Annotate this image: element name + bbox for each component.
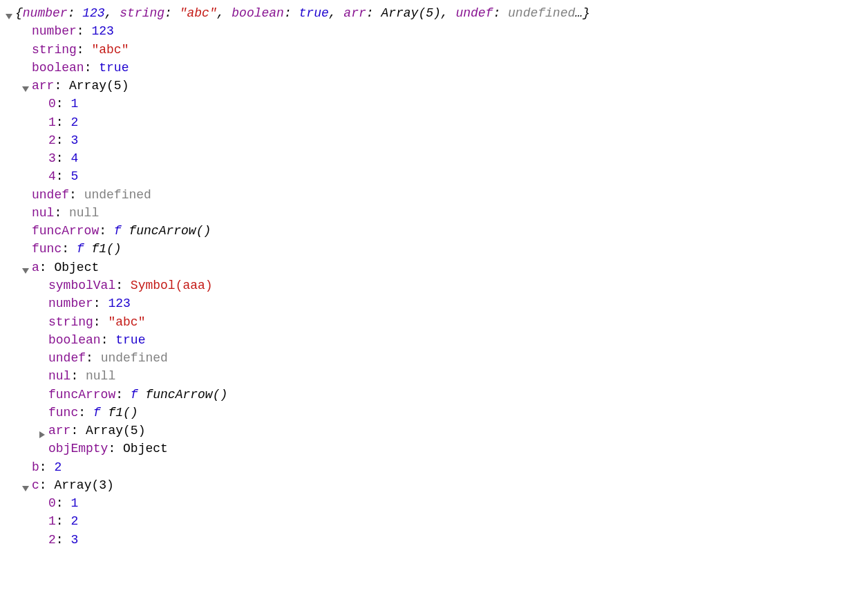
prop-value: 2 <box>70 514 78 528</box>
prop-value: Array(5) <box>86 424 145 438</box>
prop-key: string <box>32 43 77 57</box>
chevron-down-icon[interactable] <box>22 82 30 90</box>
prop-string[interactable]: string: "abc" <box>0 41 868 59</box>
prop-nul[interactable]: nul: null <box>0 204 868 222</box>
svg-marker-2 <box>22 268 29 274</box>
prop-key: arr <box>32 79 54 93</box>
prop-undef[interactable]: undef: undefined <box>0 186 868 204</box>
chevron-right-icon[interactable] <box>39 426 47 435</box>
chevron-down-icon[interactable] <box>6 9 14 17</box>
prop-key: boolean <box>48 333 101 347</box>
prop-a[interactable]: a: Object <box>0 258 868 276</box>
prop-value: true <box>99 61 129 75</box>
prop-key: func <box>48 406 78 420</box>
chevron-down-icon[interactable] <box>22 263 30 272</box>
prop-value: 123 <box>91 24 113 38</box>
arr-item-3[interactable]: 3: 4 <box>0 149 868 167</box>
prop-boolean[interactable]: boolean: true <box>0 59 868 77</box>
prop-key: boolean <box>32 61 84 75</box>
arr-item-2[interactable]: 2: 3 <box>0 131 868 149</box>
prop-a-arr[interactable]: arr: Array(5) <box>0 422 868 440</box>
arr-item-0[interactable]: 0: 1 <box>0 95 868 113</box>
prop-key: b <box>32 460 39 474</box>
prop-arr[interactable]: arr: Array(5) <box>0 77 868 95</box>
prop-value: "abc" <box>91 43 129 57</box>
prop-key: nul <box>48 369 70 383</box>
prop-a-nul[interactable]: nul: null <box>0 367 868 385</box>
svg-marker-3 <box>39 431 45 438</box>
func-f-glyph: f <box>114 224 122 238</box>
prop-a-undef[interactable]: undef: undefined <box>0 349 868 367</box>
prop-value: 123 <box>108 297 130 310</box>
prop-value: 2 <box>54 460 62 474</box>
prop-key: symbolVal <box>48 279 115 292</box>
prop-key: arr <box>48 424 70 438</box>
prop-key: func <box>32 242 62 256</box>
c-item-0[interactable]: 0: 1 <box>0 494 868 512</box>
prop-a-func[interactable]: func: f f1() <box>0 404 868 422</box>
prop-value: 3 <box>70 133 78 147</box>
prop-key: c <box>32 478 39 492</box>
prop-funcArrow[interactable]: funcArrow: f funcArrow() <box>0 222 868 240</box>
func-name: funcArrow() <box>145 388 227 402</box>
prop-value: Object <box>54 261 99 274</box>
func-name: f1() <box>91 242 121 256</box>
prop-value: null <box>86 369 115 383</box>
prop-key: 0 <box>48 496 56 510</box>
prop-number[interactable]: number: 123 <box>0 22 868 40</box>
prop-value: undefined <box>101 351 168 365</box>
prop-value: 2 <box>70 115 78 129</box>
chevron-down-icon[interactable] <box>22 481 30 489</box>
prop-key: 1 <box>48 115 56 129</box>
svg-marker-4 <box>22 486 29 491</box>
prop-value: 1 <box>70 496 78 510</box>
prop-key: funcArrow <box>48 388 115 402</box>
prop-c[interactable]: c: Array(3) <box>0 476 868 494</box>
c-item-1[interactable]: 1: 2 <box>0 512 868 530</box>
prop-key: 2 <box>48 533 56 547</box>
prop-func[interactable]: func: f f1() <box>0 240 868 258</box>
prop-key: 4 <box>48 169 56 183</box>
prop-value: Symbol(aaa) <box>131 279 213 292</box>
prop-key: 3 <box>48 151 56 165</box>
prop-value: Object <box>123 442 168 455</box>
prop-key: funcArrow <box>32 224 99 238</box>
prop-key: number <box>32 24 77 38</box>
prop-a-number[interactable]: number: 123 <box>0 294 868 312</box>
prop-key: string <box>48 315 93 329</box>
prop-key: number <box>48 297 93 310</box>
svg-marker-1 <box>22 86 29 92</box>
prop-a-symbolVal[interactable]: symbolVal: Symbol(aaa) <box>0 276 868 294</box>
prop-value: "abc" <box>108 315 145 329</box>
func-f-glyph: f <box>93 406 101 420</box>
prop-key: objEmpty <box>48 442 108 455</box>
object-root-summary[interactable]: {number: 123, string: "abc", boolean: tr… <box>0 4 868 22</box>
prop-b[interactable]: b: 2 <box>0 458 868 476</box>
svg-marker-0 <box>6 14 12 19</box>
c-item-2[interactable]: 2: 3 <box>0 531 868 549</box>
prop-a-objEmpty[interactable]: objEmpty: Object <box>0 440 868 458</box>
prop-a-funcArrow[interactable]: funcArrow: f funcArrow() <box>0 386 868 404</box>
prop-value: null <box>69 206 99 220</box>
prop-value: Array(3) <box>54 478 113 492</box>
prop-value: Array(5) <box>69 79 129 93</box>
prop-a-string[interactable]: string: "abc" <box>0 313 868 331</box>
prop-value: 5 <box>70 169 78 183</box>
prop-a-boolean[interactable]: boolean: true <box>0 331 868 349</box>
prop-key: 2 <box>48 133 56 147</box>
prop-key: nul <box>32 206 54 220</box>
prop-key: a <box>32 261 39 274</box>
func-f-glyph: f <box>77 242 84 256</box>
prop-key: undef <box>32 188 69 202</box>
prop-key: undef <box>48 351 86 365</box>
func-name: funcArrow() <box>129 224 211 238</box>
prop-key: 0 <box>48 97 56 111</box>
func-f-glyph: f <box>131 388 138 402</box>
arr-item-4[interactable]: 4: 5 <box>0 167 868 185</box>
prop-key: 1 <box>48 514 56 528</box>
prop-value: true <box>115 333 145 347</box>
prop-value: undefined <box>84 188 151 202</box>
prop-value: 1 <box>70 97 78 111</box>
arr-item-1[interactable]: 1: 2 <box>0 113 868 131</box>
object-summary-text: {number: 123, string: "abc", boolean: tr… <box>15 6 590 20</box>
